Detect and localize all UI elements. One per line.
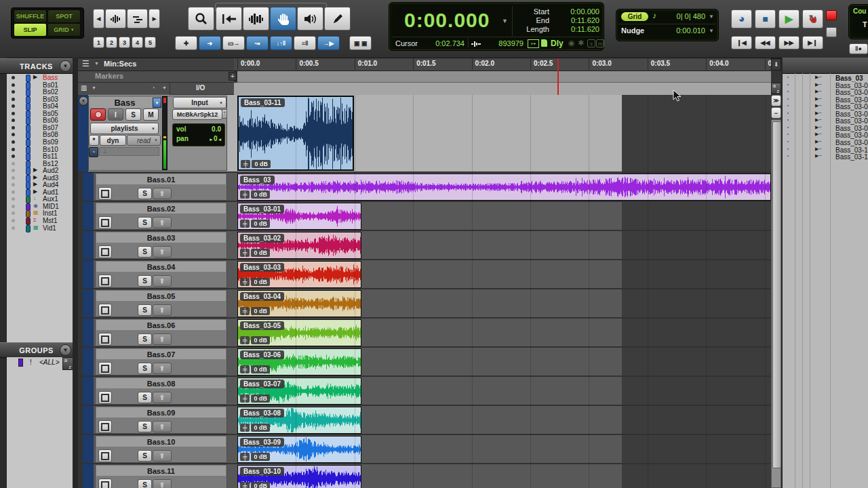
zoom-preset-2[interactable]: 2 bbox=[106, 37, 117, 48]
io-chevron-icon[interactable]: ▼ bbox=[162, 85, 167, 90]
track-show-dot[interactable] bbox=[12, 176, 15, 180]
nudge-dropdown-icon[interactable]: ▼ bbox=[709, 28, 714, 34]
lane-promote-button[interactable]: ⬆ bbox=[153, 217, 172, 228]
input-selector[interactable]: Input ▼ bbox=[173, 97, 226, 108]
lane-promote-button[interactable]: ⬆ bbox=[153, 363, 172, 374]
clock-icon[interactable]: ◔ bbox=[786, 131, 789, 138]
zoom-out-button[interactable]: ◂ bbox=[93, 9, 104, 28]
track-show-dot[interactable] bbox=[12, 104, 15, 108]
track-list-item-Aud4[interactable]: ▶Aud4 bbox=[0, 181, 73, 188]
elastic-audio-button[interactable]: * bbox=[89, 135, 99, 146]
audio-clip-Bass_03-09[interactable]: Bass_03-09╪0 dB bbox=[237, 436, 361, 463]
length-value[interactable]: 0:11.620 bbox=[553, 25, 599, 33]
group-bang[interactable]: ! bbox=[30, 359, 32, 366]
track-show-dot[interactable] bbox=[12, 119, 15, 122]
lane-duplicate-button[interactable] bbox=[98, 479, 112, 488]
grid-value[interactable]: 0| 0| 480 bbox=[656, 12, 705, 20]
clip-list-item-Bass_03-04[interactable]: ◔▶~Bass_03-04 bbox=[783, 103, 868, 110]
lane-name-label[interactable]: Bass.05 bbox=[96, 291, 226, 301]
track-list-item-Bs09[interactable]: Bs09 bbox=[0, 138, 73, 146]
clip-list-sort-button[interactable]: a z bbox=[771, 83, 781, 94]
clock-icon[interactable]: ◔ bbox=[786, 110, 789, 117]
window-configuration-button[interactable]: ▣ ▣ bbox=[349, 36, 372, 50]
panel-divider[interactable] bbox=[73, 58, 78, 488]
input-monitor-button[interactable]: I bbox=[108, 108, 123, 121]
track-show-dot[interactable] bbox=[12, 183, 15, 186]
automation-mode-selector[interactable]: read ▼ bbox=[127, 135, 161, 146]
audio-clip-Bass_03-07[interactable]: Bass_03-07╪0 dB bbox=[237, 378, 361, 405]
clip-gain-badge[interactable]: ╪0 dB bbox=[240, 190, 270, 199]
track-show-dot[interactable] bbox=[12, 162, 15, 165]
lane-duplicate-button[interactable] bbox=[98, 304, 112, 317]
output-connector-icon[interactable]: ⍑ bbox=[222, 109, 227, 119]
markers-lane[interactable] bbox=[237, 71, 771, 83]
track-show-dot[interactable] bbox=[12, 219, 15, 222]
lane-promote-button[interactable]: ⬆ bbox=[153, 392, 172, 403]
audio-clip-Bass_03[interactable]: Bass_03╪0 dB bbox=[237, 174, 771, 201]
midi-zoom-button[interactable] bbox=[127, 9, 148, 28]
clip-gain-badge[interactable]: ╪0 dB bbox=[240, 365, 270, 373]
track-show-dot[interactable] bbox=[12, 155, 15, 158]
grid-toggle-button[interactable]: Grid bbox=[621, 12, 648, 21]
track-show-dot[interactable] bbox=[12, 83, 15, 87]
input-indicator[interactable] bbox=[826, 27, 837, 37]
insertion-follows-playback-button[interactable]: ↓↑‖ bbox=[270, 36, 292, 50]
fast-forward-button[interactable]: ▶▶ bbox=[778, 36, 800, 49]
vertical-scrollbar[interactable] bbox=[771, 119, 781, 488]
lane-duplicate-button[interactable] bbox=[98, 216, 112, 229]
clip-gain-badge[interactable]: ╪0 dB bbox=[240, 424, 270, 432]
return-to-zero-button[interactable]: ❙◀ bbox=[731, 36, 752, 49]
audio-clip-Bass_03-03[interactable]: Bass_03-03╪0 dB bbox=[237, 261, 361, 288]
lane-duplicate-button[interactable] bbox=[98, 187, 112, 200]
track-list-item-Bs08[interactable]: Bs08 bbox=[0, 131, 73, 138]
track-list-item-Bs03[interactable]: Bs03 bbox=[0, 96, 73, 103]
lane-solo-button[interactable]: S bbox=[138, 421, 152, 432]
zoom-preset-1[interactable]: 1 bbox=[93, 37, 104, 48]
ruler-end-button[interactable]: ⬇ bbox=[771, 58, 781, 70]
lane-solo-button[interactable]: S bbox=[138, 363, 152, 374]
clip-gain-badge[interactable]: ╪0 dB bbox=[240, 249, 270, 257]
mode-slip-button[interactable]: SLIP bbox=[14, 23, 47, 37]
clock-icon[interactable]: ◔ bbox=[786, 82, 789, 88]
clip-list-item-Bass_03-01[interactable]: ◔▶~Bass_03-01 bbox=[783, 82, 868, 89]
zoom-preset-4[interactable]: 4 bbox=[132, 37, 143, 48]
counter-dropdown-icon[interactable]: ▼ bbox=[502, 18, 508, 24]
lane-name-label[interactable]: Bass.08 bbox=[96, 378, 226, 388]
clock-icon[interactable]: ◔ bbox=[786, 117, 789, 123]
lane-solo-button[interactable]: S bbox=[138, 392, 152, 403]
clip-gain-badge[interactable]: ╪0 dB bbox=[240, 307, 270, 315]
lane-duplicate-button[interactable] bbox=[98, 333, 112, 346]
play-button[interactable]: ▶ bbox=[778, 9, 800, 28]
dyn-button[interactable]: dyn bbox=[100, 135, 126, 146]
stop-button[interactable]: ■ bbox=[755, 9, 776, 28]
clip-list-item-Bass_03-03[interactable]: ◔▶~Bass_03-03 bbox=[783, 96, 868, 104]
lane-header-Bass.06[interactable]: Bass.06S⬆ bbox=[95, 319, 227, 346]
audio-clip-Bass_03-01[interactable]: Bass_03-01╪0 dB bbox=[237, 203, 361, 230]
track-list-item-Bs05[interactable]: Bs05 bbox=[0, 110, 73, 117]
lane-solo-button[interactable]: S bbox=[138, 450, 152, 462]
main-counter-value[interactable]: 0:00.000 bbox=[404, 9, 499, 32]
track-view-icon[interactable]: ▥ bbox=[81, 84, 87, 92]
track-list-item-Bs01[interactable]: Bs01 bbox=[0, 81, 73, 89]
clip-list-item-Bass_03-11[interactable]: ◔▶~Bass_03-11 bbox=[783, 153, 868, 161]
track-list-item-Bs06[interactable]: Bs06 bbox=[0, 117, 73, 124]
tracks-menu-button[interactable]: ▼ bbox=[60, 60, 71, 72]
timebase-button[interactable]: ◔ bbox=[89, 147, 98, 157]
zoomer-tool-button[interactable] bbox=[188, 7, 214, 30]
groups-menu-button[interactable]: ▼ bbox=[60, 344, 71, 356]
pan-value-wrap[interactable]: ▸ 0 ◂ bbox=[210, 135, 222, 142]
link-timeline-selection-button[interactable]: ▭→ bbox=[222, 36, 245, 50]
track-show-dot[interactable] bbox=[12, 226, 15, 230]
lane-header-Bass.04[interactable]: Bass.04S⬆ bbox=[95, 260, 227, 288]
hamburger-icon[interactable]: ☰ bbox=[82, 59, 90, 68]
clip-gain-badge[interactable]: ╪0 dB bbox=[240, 278, 270, 286]
clock-icon[interactable]: ◔ bbox=[786, 89, 789, 95]
lane-duplicate-button[interactable] bbox=[98, 274, 112, 287]
track-list-item-Bass[interactable]: ▶Bass bbox=[0, 74, 73, 81]
track-list-item-Bs11[interactable]: Bs11 bbox=[0, 152, 73, 160]
lane-name-label[interactable]: Bass.06 bbox=[96, 320, 226, 330]
track-show-dot[interactable] bbox=[12, 211, 15, 215]
clock-icon[interactable]: ◔ bbox=[786, 96, 789, 102]
nudge-value[interactable]: 0:00.010 bbox=[656, 26, 705, 35]
clip-gain-badge[interactable]: ╪0 dB bbox=[240, 482, 270, 488]
